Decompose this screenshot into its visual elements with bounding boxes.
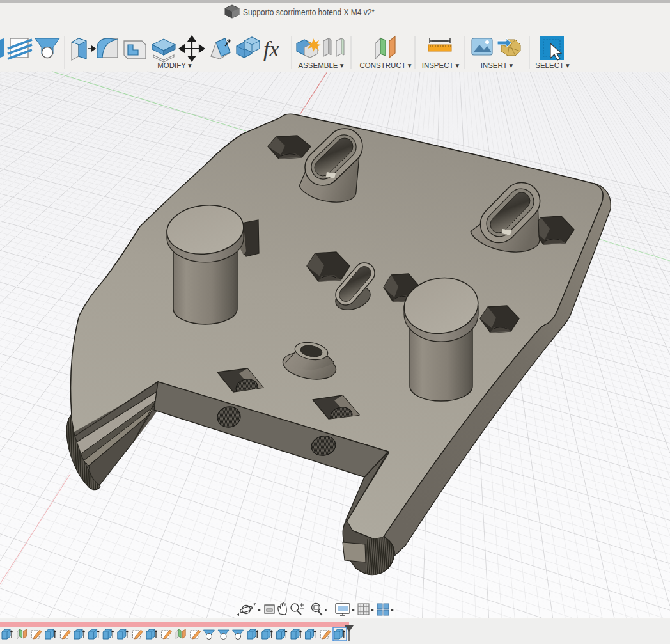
svg-text:INSPECT ▾: INSPECT ▾ xyxy=(422,61,460,69)
svg-text:Supporto scorrimento hotend X: Supporto scorrimento hotend X M4 v2* xyxy=(243,6,375,17)
svg-text:ASSEMBLE ▾: ASSEMBLE ▾ xyxy=(299,61,344,69)
svg-text:INSERT ▾: INSERT ▾ xyxy=(481,61,513,69)
svg-text:MODIFY ▾: MODIFY ▾ xyxy=(157,61,192,69)
svg-text:SELECT ▾: SELECT ▾ xyxy=(535,61,570,69)
svg-text:CONSTRUCT ▾: CONSTRUCT ▾ xyxy=(360,61,412,69)
svg-text:fx: fx xyxy=(263,37,279,61)
